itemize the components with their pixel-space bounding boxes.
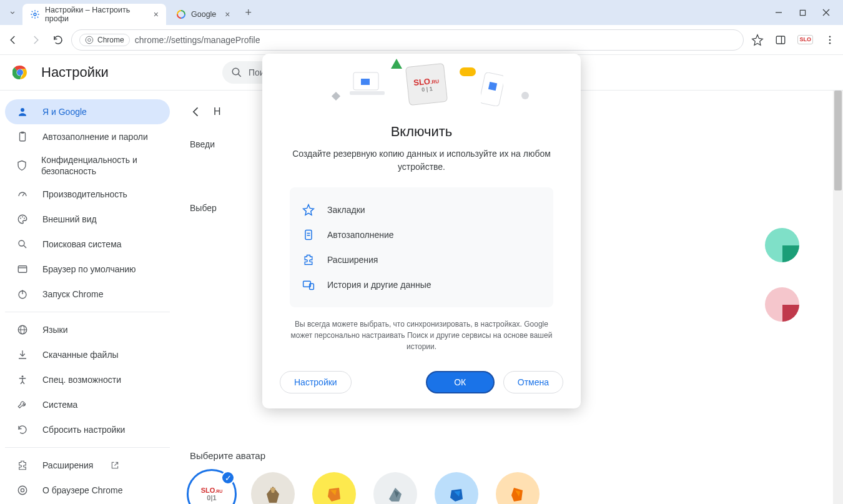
sync-modal: SLO.RU0 | 1 Включить Создайте резервную … xyxy=(262,54,581,408)
svg-point-58 xyxy=(521,92,529,99)
ok-button[interactable]: ОК xyxy=(426,371,495,393)
google-favicon xyxy=(176,9,186,19)
sidebar-item-downloads[interactable]: Скачанные файлы xyxy=(5,342,170,367)
sync-items-card: Закладки Автозаполнение Расширения Истор… xyxy=(290,187,553,307)
download-icon xyxy=(16,349,29,360)
modal-subtitle: Создайте резервную копию данных и исполь… xyxy=(262,140,581,174)
toolbar: Chrome chrome://settings/manageProfile S… xyxy=(0,25,843,55)
sidebar-item-label: Запуск Chrome xyxy=(42,289,103,299)
sidebar-item-languages[interactable]: Языки xyxy=(5,317,170,342)
minimize-button[interactable] xyxy=(774,8,783,17)
extension-icon xyxy=(16,460,29,471)
sync-item-label: Расширения xyxy=(327,255,378,265)
close-icon[interactable]: × xyxy=(154,9,159,19)
sidebar-item-about[interactable]: О браузере Chrome xyxy=(5,478,170,503)
reload-button[interactable] xyxy=(52,34,64,46)
avatar-option[interactable] xyxy=(251,472,295,504)
triangle-shape xyxy=(391,59,402,69)
close-window-button[interactable] xyxy=(822,8,831,17)
side-panel-button[interactable] xyxy=(775,34,786,46)
back-button[interactable] xyxy=(7,34,19,46)
page-title: Настройки xyxy=(41,64,109,81)
theme-swatch-pink[interactable] xyxy=(765,287,799,322)
check-icon: ✓ xyxy=(221,471,235,485)
avatar-option[interactable] xyxy=(312,472,356,504)
sidebar-item-search-engine[interactable]: Поисковая система xyxy=(5,232,170,257)
svg-rect-22 xyxy=(20,132,26,141)
sidebar-item-extensions[interactable]: Расширения xyxy=(5,453,170,478)
svg-point-25 xyxy=(20,218,21,219)
sidebar-item-reset[interactable]: Сбросить настройки xyxy=(5,417,170,442)
sidebar-item-default-browser[interactable]: Браузер по умолчанию xyxy=(5,257,170,282)
sidebar-item-on-startup[interactable]: Запуск Chrome xyxy=(5,282,170,307)
chrome-icon xyxy=(16,485,29,496)
svg-point-39 xyxy=(21,488,24,492)
modal-fineprint: Вы всегда можете выбрать, что синхронизи… xyxy=(262,307,581,352)
tab-google[interactable]: Google × xyxy=(169,4,238,25)
cancel-button[interactable]: Отмена xyxy=(503,371,563,393)
svg-marker-48 xyxy=(511,488,523,502)
sidebar-item-performance[interactable]: Производительность xyxy=(5,182,170,207)
close-icon[interactable]: × xyxy=(225,9,230,19)
svg-point-37 xyxy=(22,375,24,377)
settings-button[interactable]: Настройки xyxy=(280,371,352,393)
modal-title: Включить xyxy=(262,124,581,140)
avatar-option[interactable] xyxy=(373,472,417,504)
avatar-option[interactable] xyxy=(435,472,478,504)
sidebar-item-label: Система xyxy=(42,400,77,410)
svg-point-9 xyxy=(86,36,93,44)
sidebar-item-me-and-google[interactable]: Я и Google xyxy=(5,99,170,124)
sidebar-item-label: Поисковая система xyxy=(42,239,122,249)
bookmark-star-button[interactable] xyxy=(751,34,764,46)
svg-rect-50 xyxy=(332,92,340,101)
palette-icon xyxy=(16,214,29,225)
sidebar-item-label: Расширения xyxy=(42,460,93,470)
avatar-list: SLO.RU0|1 ✓ xyxy=(190,472,828,504)
extension-slo-button[interactable]: SLO xyxy=(797,35,813,44)
tab-settings[interactable]: Настройки – Настроить профи × xyxy=(22,4,166,25)
address-bar[interactable]: Chrome chrome://settings/manageProfile xyxy=(71,29,744,51)
svg-rect-30 xyxy=(18,266,27,273)
sidebar-item-accessibility[interactable]: Спец. возможности xyxy=(5,367,170,392)
arrow-left-icon xyxy=(190,106,202,118)
scrollbar-track[interactable] xyxy=(833,91,843,504)
svg-rect-57 xyxy=(488,82,497,91)
svg-point-13 xyxy=(829,36,831,37)
sidebar-item-privacy[interactable]: Конфиденциальность и безопасность xyxy=(5,149,170,182)
svg-rect-11 xyxy=(777,36,786,44)
diamond-shape xyxy=(331,91,341,101)
sidebar-item-autofill[interactable]: Автозаполнение и пароли xyxy=(5,124,170,149)
menu-button[interactable] xyxy=(824,34,836,46)
slo-logo: SLO.RU0 | 1 xyxy=(405,63,448,106)
sync-item-history: История и другие данные xyxy=(302,272,541,297)
svg-marker-54 xyxy=(391,59,402,69)
sidebar-item-label: О браузере Chrome xyxy=(42,485,123,495)
avatar-option[interactable] xyxy=(496,472,540,504)
maximize-button[interactable] xyxy=(798,8,807,17)
sidebar-item-label: Браузер по умолчанию xyxy=(42,264,136,274)
phone-shape xyxy=(481,72,503,106)
sidebar-item-system[interactable]: Система xyxy=(5,392,170,417)
avatar-option-selected[interactable]: SLO.RU0|1 ✓ xyxy=(190,472,234,504)
forward-button[interactable] xyxy=(30,34,41,46)
new-tab-button[interactable]: + xyxy=(245,6,252,19)
scrollbar-thumb[interactable] xyxy=(834,91,842,190)
url-text: chrome://settings/manageProfile xyxy=(135,35,260,45)
profile-chevron[interactable] xyxy=(5,5,20,20)
sidebar-item-appearance[interactable]: Внешний вид xyxy=(5,207,170,232)
svg-rect-23 xyxy=(21,132,24,134)
chrome-chip-label: Chrome xyxy=(97,36,124,44)
laptop-shape xyxy=(350,70,385,96)
svg-marker-44 xyxy=(389,488,402,502)
star-icon xyxy=(302,204,315,216)
chrome-chip: Chrome xyxy=(79,34,130,46)
svg-line-24 xyxy=(22,194,24,197)
svg-point-27 xyxy=(24,218,25,219)
svg-rect-52 xyxy=(361,79,370,85)
theme-swatch-teal[interactable] xyxy=(765,228,799,262)
browser-default-icon xyxy=(16,264,29,275)
svg-marker-42 xyxy=(328,488,340,502)
gear-icon xyxy=(30,9,40,19)
reset-icon xyxy=(16,424,29,435)
circle-shape xyxy=(521,91,530,100)
